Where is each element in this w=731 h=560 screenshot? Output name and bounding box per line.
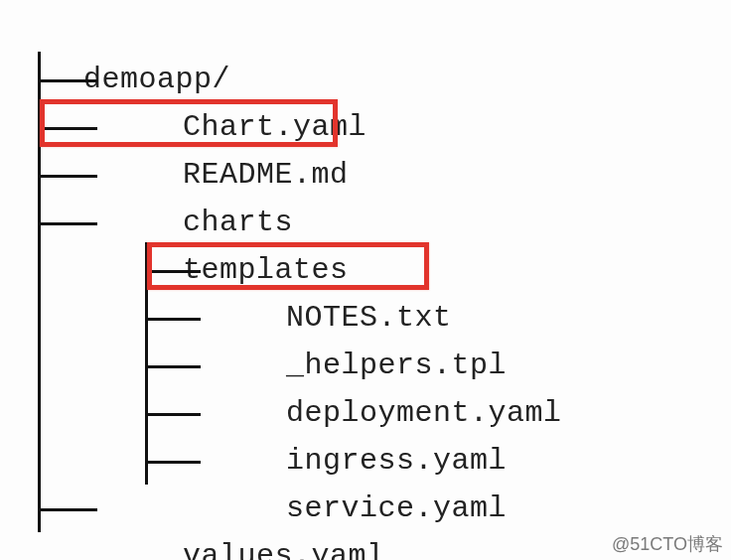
tree-hline-nested [145,318,201,321]
tree-hline-nested [145,461,201,464]
tree-hline [38,127,97,130]
tree-hline [38,175,97,178]
tree-item-values-yaml: values.yaml [109,485,385,560]
tree-vline-nested [145,242,148,485]
tree-vline-main [38,52,41,532]
tree-vstub-main-end [38,528,41,532]
tree-hline-nested [145,413,201,416]
tree-hline [38,79,97,82]
tree-hline-nested [145,365,201,368]
tree-item-label: values.yaml [183,532,385,560]
watermark-text: @51CTO博客 [612,534,723,554]
tree-hline-nested [145,270,201,273]
tree-hline [38,222,97,225]
directory-tree: demoapp/ Chart.yaml README.md charts tem… [0,0,731,151]
tree-hline [38,508,97,511]
tree-vstub [38,79,41,91]
watermark: @51CTO博客 [612,532,723,556]
